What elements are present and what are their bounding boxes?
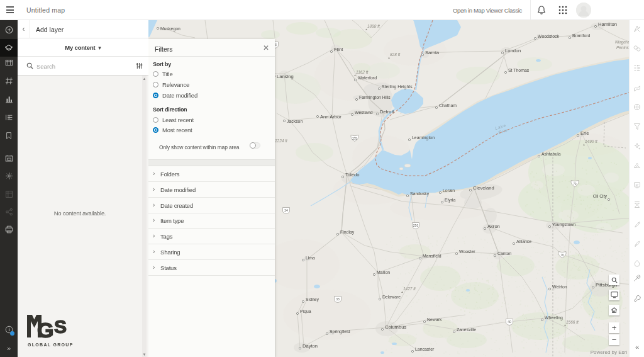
svg-text:Lima: Lima [306,256,315,260]
svg-text:Woodstock: Woodstock [538,34,560,38]
svg-text:Dayton: Dayton [303,343,318,349]
svg-text:1898 ft: 1898 ft [367,24,380,28]
svg-text:Sterling Heights: Sterling Heights [382,84,413,89]
svg-text:1490 ft: 1490 ft [585,139,598,144]
svg-text:Sarnia: Sarnia [425,50,440,55]
svg-text:Lorain: Lorain [443,188,455,193]
svg-text:Newark: Newark [427,317,442,322]
svg-text:Oil City: Oil City [593,194,608,199]
svg-text:Sandusky: Sandusky [410,191,430,196]
svg-text:Columbus: Columbus [385,324,406,330]
svg-text:Akron: Akron [487,224,500,229]
svg-text:G: G [37,318,53,342]
svg-text:Flint: Flint [334,47,343,52]
svg-text:St Thomas: St Thomas [508,68,530,72]
svg-text:Toledo: Toledo [345,172,359,178]
svg-text:76: 76 [560,254,564,257]
svg-text:40: 40 [508,320,511,324]
svg-text:Muskegon: Muskegon [160,26,180,31]
svg-text:Wheeling: Wheeling [545,315,563,320]
svg-text:Canton: Canton [497,251,511,256]
svg-text:London: London [505,48,521,54]
svg-text:Brantford: Brantford [572,33,591,38]
svg-text:33: 33 [336,297,340,301]
svg-text:79: 79 [573,183,577,186]
svg-text:Marion: Marion [377,270,390,275]
svg-text:24: 24 [284,208,288,212]
svg-text:Elyria: Elyria [445,198,455,203]
svg-text:S: S [54,316,67,337]
svg-text:Erie: Erie [580,130,589,136]
svg-text:Weirton: Weirton [552,285,567,289]
svg-text:Piqua: Piqua [300,309,311,314]
svg-text:Leamington: Leamington [412,135,435,140]
svg-text:1162 ft: 1162 ft [356,70,369,74]
svg-text:Chatham: Chatham [439,103,457,108]
svg-text:Zanesville: Zanesville [457,327,476,332]
svg-text:828 ft: 828 ft [390,52,401,57]
svg-text:Farmington Hills: Farmington Hills [359,95,391,100]
svg-text:GLOBAL GROUP: GLOBAL GROUP [28,343,74,347]
svg-text:Waterford: Waterford [358,76,377,80]
svg-text:275: 275 [352,137,357,140]
svg-text:1566 ft: 1566 ft [566,320,579,324]
svg-text:1427 ft: 1427 ft [403,286,416,291]
svg-text:Delaware: Delaware [382,295,401,299]
svg-text:Mansfield: Mansfield [423,254,441,258]
svg-text:250: 250 [413,224,419,227]
svg-text:Alliance: Alliance [516,239,531,244]
svg-text:1224 ft: 1224 ft [275,139,288,143]
svg-text:Niagara: Niagara [615,40,630,45]
svg-text:Hamilton: Hamilton [598,21,617,27]
svg-text:Ashtabula: Ashtabula [541,152,561,156]
svg-text:Cleveland: Cleveland [473,185,494,191]
svg-text:Wooster: Wooster [459,249,475,254]
svg-text:Westland: Westland [355,110,373,115]
svg-text:Lancaster: Lancaster [415,347,435,351]
svg-text:Jackson: Jackson [287,119,303,123]
svg-text:Detroit: Detroit [380,109,394,115]
svg-text:Sidney: Sidney [306,297,319,302]
svg-text:Ann Arbor: Ann Arbor [320,114,341,120]
svg-text:Springfield: Springfield [330,329,350,334]
svg-text:Youngstown: Youngstown [552,222,575,227]
svg-text:Lansing: Lansing [277,74,294,79]
svg-text:Findlay: Findlay [340,230,355,235]
